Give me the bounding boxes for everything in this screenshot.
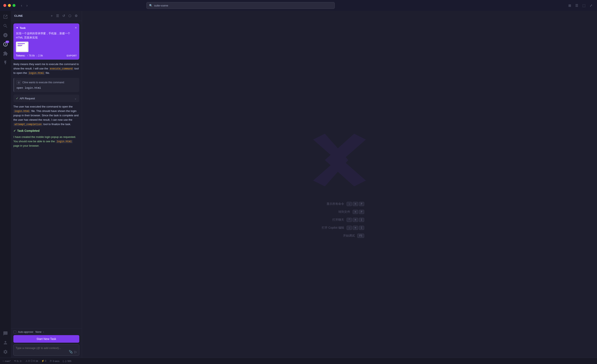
command-block-icon: ⊡ bbox=[16, 80, 21, 85]
shortcut-label-goto-file: 转到文件 bbox=[321, 210, 350, 214]
completion-text: I have created the mobile login popup as… bbox=[13, 135, 79, 148]
shortcut-goto-file: 转到文件 ⌘ P bbox=[315, 210, 364, 214]
message-input-row: 📎 ▷ bbox=[13, 344, 79, 356]
shortcut-start-debug: 开始调试 F5 bbox=[315, 234, 364, 238]
panel-toggle-button[interactable]: ⬚ bbox=[581, 3, 587, 8]
tokens-label: Tokens: bbox=[16, 54, 25, 57]
activity-item-search[interactable] bbox=[1, 22, 10, 30]
task-collapse-icon[interactable]: ▼ bbox=[16, 26, 18, 29]
minimize-button[interactable] bbox=[8, 4, 11, 7]
tokens-down: ↓ 2.9k bbox=[36, 54, 43, 57]
task-close-button[interactable]: × bbox=[75, 26, 77, 30]
status-bar: ⑂ main* ⟲ 0↓ 2↑ ⚠ 0 ⓘ 0 34 ⚡ 0 ⏱ 0 secs … bbox=[0, 358, 597, 364]
api-request-label: API Request bbox=[20, 97, 35, 100]
status-time: ⏱ 0 secs bbox=[50, 360, 59, 362]
titlebar-right: ⊞ ☰ ⬚ ⤢ bbox=[567, 3, 594, 8]
settings-button[interactable]: ⚙ bbox=[74, 13, 79, 18]
refresh-button[interactable]: ↺ bbox=[62, 13, 66, 18]
status-branch[interactable]: ⑂ main* bbox=[2, 360, 11, 362]
sidebar-toggle-button[interactable]: ☰ bbox=[574, 3, 579, 8]
tokens-up: ↑ 78.6k bbox=[27, 54, 35, 57]
external-link-button[interactable]: ⬡ bbox=[68, 13, 72, 18]
chat-bottom: Auto-approve: None › Start New Task 📎 ▷ bbox=[11, 328, 82, 358]
chat-text-2c: tool to finalize the task. bbox=[43, 123, 71, 126]
kbd-i-2: I bbox=[359, 226, 364, 230]
activity-item-extensions[interactable] bbox=[1, 49, 10, 58]
cline-sidebar: CLINE + ☰ ↺ ⬡ ⚙ ▼ Task × 实现一个这样的登 bbox=[11, 11, 82, 358]
message-input-icons: 📎 ▷ bbox=[69, 350, 77, 354]
forward-button[interactable]: › bbox=[25, 3, 29, 8]
task-description: 实现一个这样的登录弹窗，手机版，新建一个 HTML 页面来实现 bbox=[16, 31, 77, 40]
auto-approve-value: None bbox=[35, 331, 41, 333]
command-block-label: Cline wants to execute this command: bbox=[22, 81, 65, 84]
back-button[interactable]: ‹ bbox=[20, 3, 24, 8]
braces-text: {...}: 555 bbox=[63, 360, 71, 362]
error-count: 34 bbox=[36, 360, 38, 362]
sync-text: 0↓ 2↑ bbox=[17, 360, 22, 362]
kbd-ctrl: ^ bbox=[347, 218, 352, 222]
auto-approve-chevron-icon[interactable]: › bbox=[43, 331, 44, 333]
status-sync[interactable]: ⟲ 0↓ 2↑ bbox=[14, 360, 22, 362]
task-completed-check: ✓ bbox=[13, 129, 16, 132]
branch-icon: ⑂ bbox=[2, 360, 4, 362]
command-code: open login.html bbox=[16, 87, 41, 89]
fullscreen-button[interactable]: ⤢ bbox=[589, 3, 594, 8]
activity-item-explorer[interactable] bbox=[1, 13, 10, 21]
activity-item-source-control[interactable] bbox=[1, 31, 10, 39]
kbd-cmd-2: ⌘ bbox=[353, 210, 358, 214]
cline-actions: + ☰ ↺ ⬡ ⚙ bbox=[50, 13, 79, 18]
task-completed-label: Task Completed bbox=[17, 129, 39, 132]
code-login-html-1: login.html bbox=[28, 71, 45, 75]
auto-approve-row: Auto-approve: None › bbox=[13, 331, 79, 333]
export-button[interactable]: EXPORT bbox=[67, 54, 77, 57]
kbd-shift: ⇧ bbox=[347, 202, 352, 206]
send-button[interactable]: ▷ bbox=[74, 350, 77, 354]
history-button[interactable]: ☰ bbox=[55, 13, 60, 18]
code-login-html-3: login.html bbox=[56, 140, 73, 143]
address-bar[interactable]: 🔍 suite-vuene bbox=[146, 2, 335, 9]
time-icon: ⏱ bbox=[50, 360, 52, 362]
activity-item-chat[interactable] bbox=[1, 329, 10, 338]
shortcut-label-show-commands: 显示所有命令 bbox=[315, 202, 344, 206]
message-input[interactable] bbox=[16, 346, 67, 354]
activity-bar: 57 bbox=[0, 11, 11, 358]
activity-item-accounts[interactable] bbox=[1, 339, 10, 347]
branch-name: main* bbox=[5, 360, 11, 362]
task-card-header: ▼ Task × bbox=[16, 26, 77, 30]
new-task-button[interactable]: + bbox=[50, 14, 54, 18]
kbd-p: P bbox=[359, 202, 364, 206]
auto-approve-checkbox[interactable] bbox=[13, 331, 16, 333]
code-attempt-completion: attempt_completion bbox=[13, 123, 43, 126]
chat-paragraph-2: The user has executed the command to ope… bbox=[13, 105, 79, 127]
lightning-icon: ⚡ 0 bbox=[41, 360, 46, 362]
close-button[interactable] bbox=[3, 4, 6, 7]
start-new-task-button[interactable]: Start New Task bbox=[13, 335, 79, 343]
cline-badge: 57 bbox=[5, 40, 9, 43]
status-warnings[interactable]: ⚠ 0 ⓘ 0 34 bbox=[25, 359, 38, 363]
code-execute-command: execute_command bbox=[49, 67, 74, 71]
kbd-group-goto-file: ⌘ P bbox=[353, 210, 364, 214]
task-tokens: Tokens: ↑ 78.6k ↓ 2.9k EXPORT bbox=[16, 54, 77, 57]
vscode-logo bbox=[310, 131, 369, 189]
layout-toggle-button[interactable]: ⊞ bbox=[567, 3, 572, 8]
cline-header: CLINE + ☰ ↺ ⬡ ⚙ bbox=[11, 11, 82, 21]
api-request-title: ✓ API Request bbox=[16, 97, 35, 100]
api-request-header[interactable]: ✓ API Request ⌄ bbox=[16, 97, 77, 100]
maximize-button[interactable] bbox=[13, 4, 16, 7]
activity-item-cline[interactable]: 57 bbox=[1, 40, 10, 48]
info-icon: ⓘ 0 bbox=[31, 359, 35, 363]
kbd-cmd: ⌘ bbox=[353, 202, 358, 206]
task-label: Task bbox=[20, 26, 26, 30]
chat-text-2a: The user has executed the command to ope… bbox=[13, 105, 73, 108]
status-lightning[interactable]: ⚡ 0 bbox=[41, 360, 46, 362]
attach-file-button[interactable]: 📎 bbox=[69, 350, 73, 354]
titlebar: ‹ › 🔍 suite-vuene ⊞ ☰ ⬚ ⤢ bbox=[0, 0, 597, 11]
kbd-cmd-4: ⌘ bbox=[353, 226, 358, 230]
cline-title: CLINE bbox=[14, 14, 48, 17]
kbd-p-2: P bbox=[359, 210, 364, 214]
command-block-header: ⊡ Cline wants to execute this command: bbox=[16, 80, 77, 85]
activity-item-settings[interactable] bbox=[1, 348, 10, 356]
check-icon: ✓ bbox=[16, 97, 18, 100]
activity-item-testing[interactable] bbox=[1, 59, 10, 67]
code-login-html-2: login.html bbox=[13, 110, 31, 113]
